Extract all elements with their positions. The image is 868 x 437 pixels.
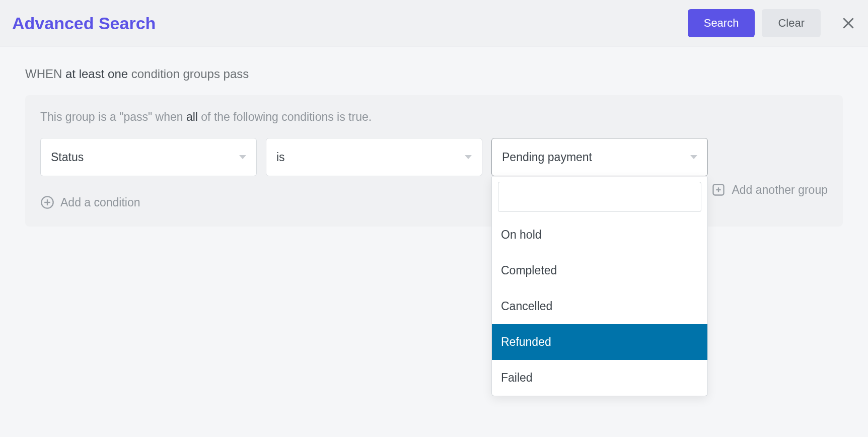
when-line: WHEN at least one condition groups pass (25, 67, 843, 81)
dropdown-option[interactable]: Cancelled (492, 288, 707, 324)
dropdown-option[interactable]: Failed (492, 360, 707, 396)
group-hint-suffix: of the following conditions is true. (201, 110, 372, 123)
add-condition-button[interactable]: Add a condition (40, 195, 140, 209)
dropdown-option[interactable]: Refunded (492, 324, 707, 360)
group-bottom-actions: Add a condition (40, 195, 828, 209)
when-prefix: WHEN (25, 67, 62, 81)
operator-select-value: is (276, 151, 465, 164)
group-hint-mode[interactable]: all (186, 110, 198, 123)
add-group-button[interactable]: Add another group (711, 183, 828, 197)
search-button[interactable]: Search (688, 9, 755, 37)
chevron-down-icon (690, 155, 697, 159)
main-body: WHEN at least one condition groups pass … (0, 47, 868, 247)
dropdown-option[interactable]: Completed (492, 253, 707, 288)
group-hint-prefix: This group is a "pass" when (40, 110, 183, 123)
header-bar: Advanced Search Search Clear (0, 0, 868, 47)
group-hint: This group is a "pass" when all of the f… (40, 110, 828, 124)
dropdown-list[interactable]: On holdCompletedCancelledRefundedFailed (492, 217, 707, 396)
value-dropdown-panel: On holdCompletedCancelledRefundedFailed (491, 177, 708, 396)
close-icon[interactable] (841, 16, 856, 31)
chevron-down-icon (239, 155, 246, 159)
when-mode[interactable]: at least one (65, 67, 128, 81)
condition-group: This group is a "pass" when all of the f… (25, 95, 843, 227)
dropdown-search-input[interactable] (498, 182, 701, 211)
add-group-wrap: Add another group (711, 183, 828, 197)
dropdown-option[interactable]: On hold (492, 217, 707, 253)
page-title: Advanced Search (12, 14, 681, 33)
operator-select[interactable]: is (266, 138, 482, 176)
condition-row: Status is Pending payment On holdComplet… (40, 138, 828, 176)
field-select[interactable]: Status (40, 138, 257, 176)
when-suffix: condition groups pass (131, 67, 249, 81)
clear-button[interactable]: Clear (762, 9, 821, 37)
value-select-value: Pending payment (502, 151, 690, 164)
add-group-label: Add another group (732, 183, 828, 197)
add-condition-label: Add a condition (60, 196, 140, 209)
chevron-down-icon (465, 155, 472, 159)
dropdown-search-wrap (498, 182, 701, 212)
value-select[interactable]: Pending payment On holdCompletedCancelle… (491, 138, 708, 176)
field-select-value: Status (51, 151, 239, 164)
